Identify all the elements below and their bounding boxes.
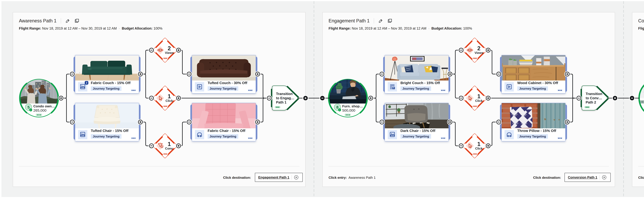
svg-text:$: $ [162,146,162,148]
svg-text:Click: Click [475,99,482,102]
svg-text:Views: Views [474,51,483,54]
svg-text:Click: Click [166,99,173,102]
svg-text:Click: Click [475,147,482,150]
svg-text:Transition: Transition [586,92,602,96]
svg-text:2: 2 [168,45,171,51]
svg-text:Path 2: Path 2 [586,100,596,104]
svg-text:1: 1 [477,93,480,99]
svg-text:Path 1: Path 1 [276,100,286,104]
svg-text:to Conv…: to Conv… [586,96,602,100]
svg-text:to Engag…: to Engag… [276,96,294,100]
svg-text:Transition: Transition [276,92,293,96]
svg-text:2: 2 [477,45,480,51]
svg-text:1: 1 [477,141,480,147]
svg-text:Conv.: Conv. [165,147,174,150]
svg-text:Views: Views [165,51,174,54]
svg-text:1: 1 [168,141,171,147]
svg-text:1: 1 [168,93,171,99]
